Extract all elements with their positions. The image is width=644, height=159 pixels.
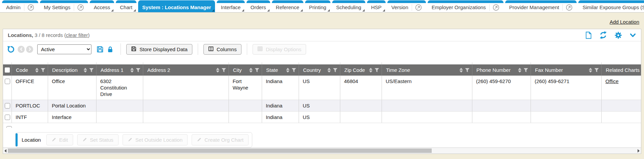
gear-icon[interactable] bbox=[615, 32, 622, 39]
tab-fold-corner-icon bbox=[383, 9, 385, 12]
scrollbar-thumb[interactable] bbox=[8, 148, 432, 153]
popup-arrow-icon[interactable] bbox=[74, 4, 84, 11]
table-body: OFFICEOffice6302 Constitution DriveFort … bbox=[3, 76, 641, 123]
sort-icon[interactable] bbox=[518, 68, 521, 73]
save-view-icon[interactable] bbox=[96, 46, 104, 53]
filter-funnel-icon[interactable] bbox=[255, 68, 259, 73]
column-header-city[interactable]: City bbox=[229, 64, 262, 76]
filter-funnel-icon[interactable] bbox=[292, 68, 296, 73]
table-row[interactable]: INTFInterfaceIndianaUS bbox=[3, 112, 641, 123]
related-chart-link[interactable]: Office bbox=[605, 78, 619, 84]
popup-arrow-icon[interactable] bbox=[24, 4, 34, 11]
filter-funnel-icon[interactable] bbox=[594, 68, 599, 73]
footer-button-create-org-chart[interactable]: Create Org Chart bbox=[192, 134, 249, 145]
table-row[interactable]: OFFICEOffice6302 Constitution DriveFort … bbox=[3, 76, 641, 100]
column-header-label: Time Zone bbox=[386, 67, 458, 73]
tab-admin[interactable]: Admin bbox=[2, 0, 38, 12]
tab-version[interactable]: Version bbox=[387, 0, 426, 12]
filter-funnel-icon[interactable] bbox=[523, 68, 528, 73]
tab-system-locations-manager[interactable]: System : Locations Manager bbox=[138, 0, 215, 12]
row-checkbox[interactable] bbox=[5, 79, 10, 84]
filter-funnel-icon[interactable] bbox=[333, 68, 338, 73]
prev-page-button[interactable] bbox=[18, 46, 25, 53]
tab-interface[interactable]: Interface bbox=[217, 0, 244, 12]
cell-country: US bbox=[299, 76, 340, 100]
tab-label: System : Locations Manager bbox=[142, 4, 211, 10]
cell-related-charts bbox=[602, 112, 641, 123]
column-header-related-charts[interactable]: Related Charts bbox=[602, 64, 641, 76]
popup-arrow-icon[interactable] bbox=[489, 4, 499, 11]
sort-icon[interactable] bbox=[369, 68, 372, 73]
popup-arrow-icon[interactable] bbox=[412, 4, 422, 11]
sort-icon[interactable] bbox=[35, 68, 39, 73]
footer-button-edit[interactable]: Edit bbox=[46, 134, 73, 145]
column-header-country[interactable]: Country bbox=[299, 64, 340, 76]
column-header-address-2[interactable]: Address 2 bbox=[143, 64, 229, 76]
tab-reference[interactable]: Reference bbox=[272, 0, 303, 12]
column-header-state[interactable]: State bbox=[262, 64, 299, 76]
sort-icon[interactable] bbox=[249, 68, 253, 73]
columns-button[interactable]: Columns bbox=[203, 44, 241, 55]
sort-icon[interactable] bbox=[286, 68, 289, 73]
tab-printing[interactable]: Printing bbox=[305, 0, 330, 12]
display-options-button[interactable]: Display Options bbox=[253, 44, 306, 55]
column-header-fax-number[interactable]: Fax Number bbox=[531, 64, 602, 76]
scroll-left-arrow-icon[interactable] bbox=[4, 149, 6, 153]
sort-icon[interactable] bbox=[216, 68, 219, 73]
sort-icon[interactable] bbox=[130, 68, 134, 73]
sort-icon[interactable] bbox=[459, 68, 463, 73]
popup-arrow-icon[interactable] bbox=[562, 4, 573, 11]
tab-employer-organizations[interactable]: Employer Organizations bbox=[428, 0, 503, 12]
row-checkbox[interactable] bbox=[5, 115, 10, 120]
footer-button-set-status[interactable]: Set Status bbox=[77, 134, 119, 145]
column-header-code[interactable]: Code bbox=[12, 64, 48, 76]
clear-filter-link[interactable]: clear filter bbox=[66, 32, 88, 38]
horizontal-scrollbar[interactable] bbox=[3, 147, 641, 154]
table-row[interactable]: PORTLOCPortal LocationIndianaUS bbox=[3, 100, 641, 112]
next-page-button[interactable] bbox=[26, 46, 33, 53]
footer-button-set-outside-location[interactable]: Set Outside Location bbox=[123, 134, 188, 145]
sort-icon[interactable] bbox=[589, 68, 592, 73]
refresh-icon[interactable] bbox=[599, 31, 607, 39]
cell-state: Indiana bbox=[262, 112, 299, 123]
cell-city bbox=[229, 112, 262, 123]
tab-my-settings[interactable]: My Settings bbox=[40, 0, 88, 12]
tab-similar-exposure-groups-segs[interactable]: Similar Exposure Groups (SEGs) bbox=[578, 0, 644, 12]
lock-icon[interactable] bbox=[107, 46, 113, 53]
column-header-phone-number[interactable]: Phone Number bbox=[472, 64, 531, 76]
cell-phone-number bbox=[472, 112, 531, 123]
tab-scheduling[interactable]: Scheduling bbox=[332, 0, 365, 12]
filter-funnel-icon[interactable] bbox=[221, 68, 226, 73]
filter-funnel-icon[interactable] bbox=[41, 68, 45, 73]
status-filter-select[interactable]: Active bbox=[37, 44, 91, 54]
location-actions-group: Location EditSet StatusSet Outside Locat… bbox=[15, 132, 252, 147]
scroll-right-arrow-icon[interactable] bbox=[638, 149, 640, 153]
column-header-address-1[interactable]: Address 1 bbox=[96, 64, 143, 76]
tab-access[interactable]: Access bbox=[90, 0, 114, 12]
filter-funnel-icon[interactable] bbox=[89, 68, 94, 73]
sort-icon[interactable] bbox=[327, 68, 331, 73]
tab-chart[interactable]: Chart bbox=[116, 0, 136, 12]
reset-view-button[interactable] bbox=[7, 45, 15, 53]
select-all-checkbox[interactable] bbox=[5, 67, 10, 73]
column-header-time-zone[interactable]: Time Zone bbox=[382, 64, 472, 76]
row-checkbox[interactable] bbox=[5, 103, 10, 108]
tab-provider-management[interactable]: Provider Management bbox=[505, 0, 577, 12]
sort-icon[interactable] bbox=[84, 68, 87, 73]
tab-orders[interactable]: Orders bbox=[246, 0, 270, 12]
new-document-icon[interactable] bbox=[585, 32, 592, 39]
column-header-description[interactable]: Description bbox=[48, 64, 96, 76]
tab-hsp[interactable]: HSP bbox=[367, 0, 386, 12]
cell-description: Interface bbox=[48, 112, 96, 123]
filter-funnel-icon[interactable] bbox=[465, 68, 470, 73]
cell-city: Fort Wayne bbox=[229, 76, 262, 100]
tab-label: Similar Exposure Groups (SEGs) bbox=[582, 4, 644, 10]
filter-funnel-icon[interactable] bbox=[136, 68, 141, 73]
table-header-row: CodeDescriptionAddress 1Address 2CitySta… bbox=[3, 64, 641, 76]
row-checkbox-cell bbox=[3, 100, 12, 111]
column-header-zip-code[interactable]: Zip Code bbox=[340, 64, 382, 76]
add-location-link[interactable]: Add Location bbox=[609, 19, 639, 25]
chevron-down-icon[interactable] bbox=[629, 32, 636, 39]
filter-funnel-icon[interactable] bbox=[374, 68, 379, 73]
store-displayed-data-button[interactable]: Store Displayed Data bbox=[126, 44, 192, 55]
